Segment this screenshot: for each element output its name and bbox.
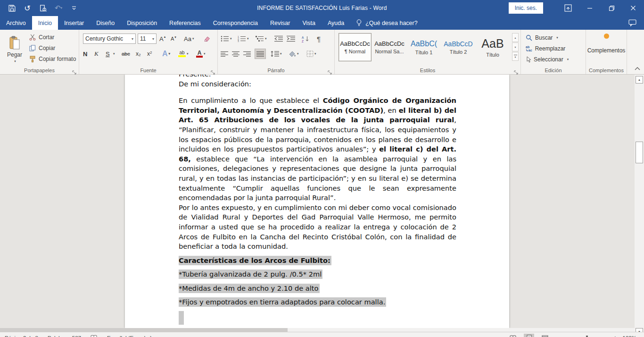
styles-scroll-up-icon[interactable]: ▴ [512, 33, 519, 42]
paragraph-dialog-launcher-icon[interactable] [328, 68, 332, 73]
selected-item-medidas[interactable]: *Medidas de 4m de ancho y 2.10 de alto [179, 284, 456, 294]
italic-button[interactable]: K [94, 49, 99, 59]
minimize-button[interactable] [579, 0, 601, 16]
tab-inicio[interactable]: Inicio [32, 16, 58, 30]
ribbon-display-options-icon[interactable] [557, 0, 579, 16]
selected-heading[interactable]: Características de los Arcos de Fulbito: [179, 256, 456, 266]
decrease-indent-button[interactable] [274, 34, 283, 44]
text-effects-button[interactable]: A▾ [162, 49, 170, 59]
find-button[interactable]: Buscar ▾ [526, 34, 558, 41]
tab-disposicion[interactable]: Disposición [121, 16, 163, 30]
underline-options-chevron[interactable]: ▾ [112, 49, 115, 59]
sort-button[interactable]: AZ [302, 34, 309, 44]
addins-button[interactable]: Complementos [586, 34, 627, 54]
increase-indent-button[interactable] [287, 34, 295, 44]
tab-correspondencia[interactable]: Correspondencia [207, 16, 264, 30]
paragraph-por-lo-antes[interactable]: Por lo antes expuesto, y en cumplimiento… [179, 203, 456, 252]
style-normal-sa[interactable]: AaBbCcDc Normal Sa... [373, 33, 406, 61]
close-button[interactable] [622, 0, 644, 16]
font-color-button[interactable]: A ▾ [196, 49, 206, 59]
numbering-button[interactable]: 123 ▾ [238, 34, 249, 44]
selected-item-tuberia[interactable]: *Tubería galvanizada de 2 pulg. /0.5* 2m… [179, 270, 456, 279]
subscript-button[interactable]: x2 [136, 49, 140, 59]
change-case-button[interactable]: Aa▾ [184, 34, 194, 44]
horizontal-scrollbar-thumb[interactable] [0, 328, 288, 332]
style-normal[interactable]: AaBbCcDc ¶ Normal [339, 33, 372, 61]
align-center-button[interactable] [232, 49, 239, 59]
selected-empty-paragraph[interactable] [179, 311, 184, 325]
paste-button[interactable]: Pegar ▾ [4, 33, 25, 67]
text-effects-label: A [162, 50, 168, 58]
strikethrough-button[interactable]: abc [122, 49, 130, 59]
numbered-list-icon: 123 [238, 35, 246, 42]
select-button[interactable]: Seleccionar ▾ [526, 56, 569, 63]
tab-revisar[interactable]: Revisar [264, 16, 296, 30]
shrink-font-button[interactable]: A▾ [171, 34, 176, 44]
page-indicator[interactable]: Página 2 de 3 [5, 335, 38, 337]
tab-vista[interactable]: Vista [296, 16, 322, 30]
font-name-combo[interactable]: Century Gothic ▾ [83, 34, 136, 44]
read-mode-icon[interactable] [508, 334, 518, 337]
font-color-icon: A [196, 51, 203, 58]
replace-button[interactable]: ab↳ac Reemplazar [526, 45, 565, 52]
clipboard-icon [9, 36, 20, 50]
zoom-slider-knob[interactable] [586, 336, 588, 337]
bullets-button[interactable]: ▾ [221, 34, 232, 44]
style-titulo[interactable]: AaB Título [476, 33, 509, 61]
tab-ayuda[interactable]: Ayuda [322, 16, 350, 30]
align-left-button[interactable] [221, 49, 228, 59]
scroll-up-icon[interactable]: ▴ [636, 76, 643, 84]
tab-archivo[interactable]: Archivo [0, 16, 32, 30]
vertical-scrollbar[interactable]: ▴ ▾ [635, 75, 644, 337]
zoom-percentage[interactable]: 100% [623, 335, 636, 337]
paragraph-cumplimiento[interactable]: En cumplimiento a lo que establece el Có… [179, 96, 456, 203]
tell-me-box[interactable]: ¿Qué desea hacer? [350, 16, 423, 30]
tab-referencias[interactable]: Referencias [163, 16, 207, 30]
vertical-scrollbar-thumb[interactable] [636, 142, 643, 163]
superscript-button[interactable]: x2 [147, 49, 152, 59]
horizontal-scrollbar[interactable] [0, 328, 635, 332]
bold-button[interactable]: N [83, 49, 87, 59]
comments-icon[interactable] [628, 16, 644, 30]
print-layout-icon[interactable] [524, 334, 534, 337]
multilevel-list-button[interactable]: ▾ [256, 34, 267, 44]
change-case-label: Aa [184, 35, 191, 42]
zoom-out-icon[interactable]: − [556, 334, 560, 337]
cut-button[interactable]: Cortar [29, 34, 54, 41]
clear-formatting-button[interactable] [203, 34, 210, 44]
language-indicator[interactable]: Español (Ecuador) [107, 335, 152, 337]
paragraph-presente[interactable]: Presente. - [179, 75, 456, 79]
styles-scroll-down-icon[interactable]: ▾ [512, 42, 519, 51]
underline-button[interactable]: S [106, 49, 110, 59]
style-titulo-2[interactable]: AaBbCcD Título 2 [442, 33, 475, 61]
sign-in-button[interactable]: Inic. ses. [509, 2, 543, 14]
line-spacing-button[interactable]: ▾ [271, 49, 282, 59]
selected-item-fijos[interactable]: *Fijos y empotrados en tierra adaptados … [179, 297, 456, 307]
copy-button[interactable]: Copiar [29, 45, 55, 51]
align-right-button[interactable] [243, 49, 251, 59]
borders-button[interactable]: ▾ [306, 49, 316, 59]
lightbulb-icon [356, 19, 362, 27]
clipboard-dialog-launcher-icon[interactable] [72, 68, 77, 73]
format-painter-button[interactable]: Copiar formato [29, 56, 76, 62]
restore-button[interactable] [601, 0, 622, 16]
proofing-icon[interactable] [91, 335, 98, 337]
style-titulo-1[interactable]: AaBbC( Título 1 [407, 33, 440, 61]
font-dialog-launcher-icon[interactable] [211, 68, 215, 73]
show-paragraph-marks-button[interactable]: ¶ [317, 34, 321, 44]
styles-dialog-launcher-icon[interactable] [514, 68, 519, 73]
tab-diseno[interactable]: Diseño [90, 16, 121, 30]
collapse-ribbon-icon[interactable] [635, 64, 640, 72]
shading-button[interactable]: ▾ [289, 49, 299, 59]
styles-gallery-more-icon[interactable]: ▾ [512, 52, 519, 61]
zoom-in-icon[interactable]: + [613, 334, 617, 337]
tab-insertar[interactable]: Insertar [58, 16, 90, 30]
grow-font-button[interactable]: A▴ [159, 34, 165, 44]
font-size-combo[interactable]: 11 ▾ [138, 34, 157, 44]
web-layout-icon[interactable] [540, 334, 550, 337]
justify-button[interactable] [255, 49, 266, 59]
document-page[interactable]: Presente. - De mi consideración: En cump… [125, 75, 509, 328]
highlight-color-button[interactable]: ab ▾ [178, 49, 189, 59]
paragraph-consideracion[interactable]: De mi consideración: [179, 79, 456, 89]
word-count[interactable]: Palabras: 537 [48, 335, 81, 337]
